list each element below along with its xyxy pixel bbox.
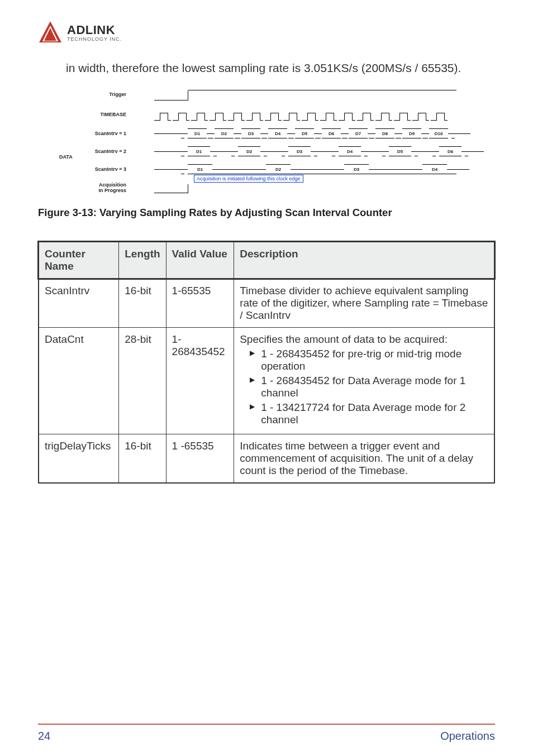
logo-mark-icon — [38, 20, 63, 45]
th-counter-name: Counter Name — [39, 242, 119, 279]
data-cell: D6 — [439, 146, 461, 156]
cell-counter-name: DataCnt — [39, 328, 119, 434]
cell-length: 16-bit — [119, 434, 166, 484]
data-cell: D7 — [349, 128, 368, 138]
figure-caption: Figure 3-13: Varying Sampling Rates by A… — [38, 207, 495, 219]
data-cell: D8 — [375, 128, 394, 138]
data-cell: D2 — [238, 146, 260, 156]
data-cell: D3 — [344, 164, 369, 174]
data-cell: D5 — [389, 146, 411, 156]
intro-paragraph: in width, therefore the lowest sampling … — [66, 60, 495, 76]
cell-length: 28-bit — [119, 328, 166, 434]
timing-diagram: Trigger TIMEBASE DATA ScanIntrv = 1 D1D2… — [38, 88, 496, 193]
bullet-item: 1 - 134217724 for Data Average mode for … — [250, 401, 488, 426]
trigger-wave — [154, 88, 456, 101]
page-number: 24 — [38, 730, 50, 743]
table-row: trigDelayTicks16-bit1 -65535Indicates ti… — [39, 434, 494, 484]
cell-counter-name: ScanIntrv — [39, 279, 119, 328]
th-description: Description — [234, 242, 494, 279]
bullet-item: 1 - 268435452 for Data Average mode for … — [250, 375, 488, 399]
cell-counter-name: trigDelayTicks — [39, 434, 119, 484]
section-name: Operations — [440, 730, 495, 743]
cell-valid-value: 1 -65535 — [166, 434, 234, 484]
data-cell: D1 — [188, 164, 212, 174]
data-cell: D5 — [295, 128, 314, 138]
scan1-row: D1D2D3D4D5D6D7D8D9D10 — [154, 128, 470, 138]
label-acquisition: Acquisition In Progress — [38, 182, 132, 193]
table-row: ScanIntrv16-bit1-65535Timebase divider t… — [39, 279, 494, 328]
data-cell: D3 — [288, 146, 311, 156]
footer: 24 Operations — [38, 730, 495, 743]
cell-description: Indicates time between a trigger event a… — [234, 434, 494, 484]
logo: ADLINK TECHNOLOGY INC. — [38, 20, 495, 45]
logo-subtitle: TECHNOLOGY INC. — [67, 36, 122, 42]
logo-brand: ADLINK — [67, 23, 122, 37]
data-cell: D1 — [188, 146, 210, 156]
acquisition-note: Acquisition is initiated following this … — [194, 175, 303, 183]
label-scan1: ScanIntrv = 1 — [38, 131, 132, 136]
data-cell: D4 — [339, 146, 361, 156]
scan3-row: D1D2D3D4 — [154, 164, 469, 174]
data-cell: D4 — [422, 164, 447, 174]
scan2-row: D1D2D3D4D5D6 — [154, 146, 484, 156]
counter-table: Counter Name Length Valid Value Descript… — [38, 241, 495, 484]
data-cell: D9 — [402, 128, 421, 138]
logo-text: ADLINK TECHNOLOGY INC. — [67, 23, 122, 42]
data-cell: D6 — [322, 128, 341, 138]
data-cell: D3 — [241, 128, 260, 138]
cell-description: Specifies the amount of data to be acqui… — [234, 328, 494, 434]
label-data: DATA — [59, 154, 73, 160]
label-timebase: TIMEBASE — [38, 112, 132, 117]
footer-rule — [38, 724, 495, 725]
data-cell: D10 — [429, 128, 448, 138]
cell-length: 16-bit — [119, 279, 166, 328]
data-cell: D1 — [188, 128, 207, 138]
cell-valid-value: 1-65535 — [166, 279, 234, 328]
th-length: Length — [119, 242, 166, 279]
data-cell: D2 — [215, 128, 234, 138]
label-scan3: ScanIntrv = 3 — [38, 166, 132, 172]
data-cell: D2 — [266, 164, 291, 174]
acquisition-wave: Acquisition is initiated following this … — [154, 182, 456, 193]
table-row: DataCnt28-bit1-268435452Specifies the am… — [39, 328, 494, 434]
bullet-item: 1 - 268435452 for pre-trig or mid-trig m… — [250, 348, 488, 372]
label-trigger: Trigger — [38, 92, 132, 97]
timebase-clock — [154, 108, 448, 121]
th-valid-value: Valid Value — [166, 242, 234, 279]
cell-valid-value: 1-268435452 — [166, 328, 234, 434]
cell-description: Timebase divider to achieve equivalent s… — [234, 279, 494, 328]
label-scan2: ScanIntrv = 2 — [38, 149, 132, 154]
data-cell: D4 — [268, 128, 287, 138]
